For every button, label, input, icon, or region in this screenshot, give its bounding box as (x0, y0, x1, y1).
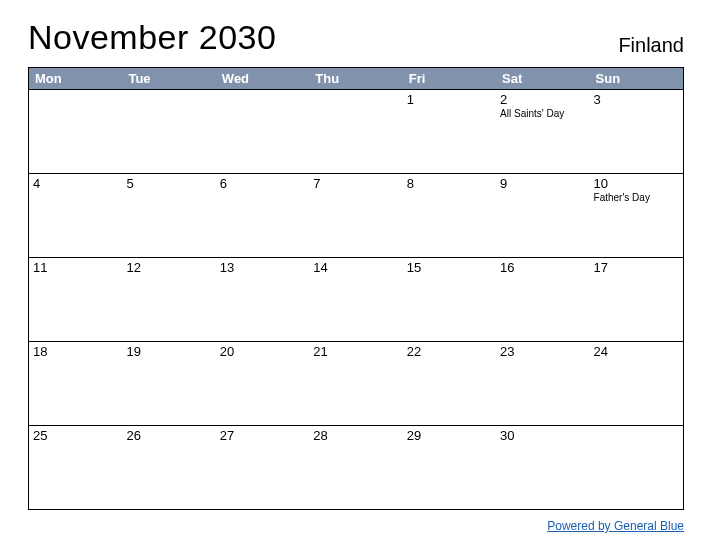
day-cell: 23 (496, 342, 589, 425)
day-number: 11 (33, 260, 117, 275)
day-cell: 22 (403, 342, 496, 425)
day-cell: 18 (29, 342, 122, 425)
day-cell (29, 90, 122, 173)
day-number: 9 (500, 176, 584, 191)
weekday-header: Mon (29, 68, 122, 89)
weekday-header-row: Mon Tue Wed Thu Fri Sat Sun (29, 68, 683, 89)
country-label: Finland (618, 34, 684, 57)
day-number: 18 (33, 344, 117, 359)
day-number: 19 (126, 344, 210, 359)
day-number: 1 (407, 92, 491, 107)
day-cell: 15 (403, 258, 496, 341)
day-cell: 17 (590, 258, 683, 341)
day-number: 30 (500, 428, 584, 443)
day-number: 24 (594, 344, 678, 359)
day-cell: 2All Saints' Day (496, 90, 589, 173)
day-cell: 1 (403, 90, 496, 173)
day-cell (309, 90, 402, 173)
day-cell: 20 (216, 342, 309, 425)
weekday-header: Wed (216, 68, 309, 89)
day-cell: 10Father's Day (590, 174, 683, 257)
day-cell: 9 (496, 174, 589, 257)
day-cell: 29 (403, 426, 496, 509)
day-number: 14 (313, 260, 397, 275)
day-cell: 25 (29, 426, 122, 509)
week-row: 1 2All Saints' Day 3 (29, 89, 683, 173)
calendar-header: November 2030 Finland (28, 18, 684, 57)
week-row: 11 12 13 14 15 16 17 (29, 257, 683, 341)
day-cell: 3 (590, 90, 683, 173)
day-number: 25 (33, 428, 117, 443)
powered-by-link[interactable]: Powered by General Blue (547, 519, 684, 533)
day-cell: 4 (29, 174, 122, 257)
day-number: 22 (407, 344, 491, 359)
weekday-header: Sun (590, 68, 683, 89)
day-cell: 6 (216, 174, 309, 257)
day-number: 8 (407, 176, 491, 191)
day-cell (122, 90, 215, 173)
day-cell: 24 (590, 342, 683, 425)
day-number: 29 (407, 428, 491, 443)
weekday-header: Sat (496, 68, 589, 89)
day-number: 20 (220, 344, 304, 359)
day-number: 21 (313, 344, 397, 359)
day-cell: 13 (216, 258, 309, 341)
day-cell: 28 (309, 426, 402, 509)
day-number: 4 (33, 176, 117, 191)
day-cell: 19 (122, 342, 215, 425)
day-number: 5 (126, 176, 210, 191)
calendar-grid: Mon Tue Wed Thu Fri Sat Sun 1 2All Saint… (28, 67, 684, 510)
day-number: 3 (594, 92, 678, 107)
event-text: All Saints' Day (500, 108, 584, 120)
week-row: 4 5 6 7 8 9 10Father's Day (29, 173, 683, 257)
day-number: 27 (220, 428, 304, 443)
day-cell: 8 (403, 174, 496, 257)
day-number: 6 (220, 176, 304, 191)
day-number: 12 (126, 260, 210, 275)
day-cell: 26 (122, 426, 215, 509)
day-cell: 27 (216, 426, 309, 509)
day-number: 7 (313, 176, 397, 191)
day-cell: 5 (122, 174, 215, 257)
day-cell (590, 426, 683, 509)
day-number: 23 (500, 344, 584, 359)
event-text: Father's Day (594, 192, 678, 204)
week-row: 25 26 27 28 29 30 (29, 425, 683, 509)
footer: Powered by General Blue (28, 516, 684, 534)
day-number: 28 (313, 428, 397, 443)
day-cell: 16 (496, 258, 589, 341)
month-year-title: November 2030 (28, 18, 276, 57)
day-number: 10 (594, 176, 678, 191)
weekday-header: Tue (122, 68, 215, 89)
day-number: 26 (126, 428, 210, 443)
day-number: 17 (594, 260, 678, 275)
day-cell: 14 (309, 258, 402, 341)
day-cell: 12 (122, 258, 215, 341)
weekday-header: Thu (309, 68, 402, 89)
day-number: 13 (220, 260, 304, 275)
day-cell: 11 (29, 258, 122, 341)
day-number: 16 (500, 260, 584, 275)
day-cell: 7 (309, 174, 402, 257)
week-row: 18 19 20 21 22 23 24 (29, 341, 683, 425)
day-cell: 21 (309, 342, 402, 425)
day-number: 2 (500, 92, 584, 107)
day-cell: 30 (496, 426, 589, 509)
day-number: 15 (407, 260, 491, 275)
weekday-header: Fri (403, 68, 496, 89)
day-cell (216, 90, 309, 173)
